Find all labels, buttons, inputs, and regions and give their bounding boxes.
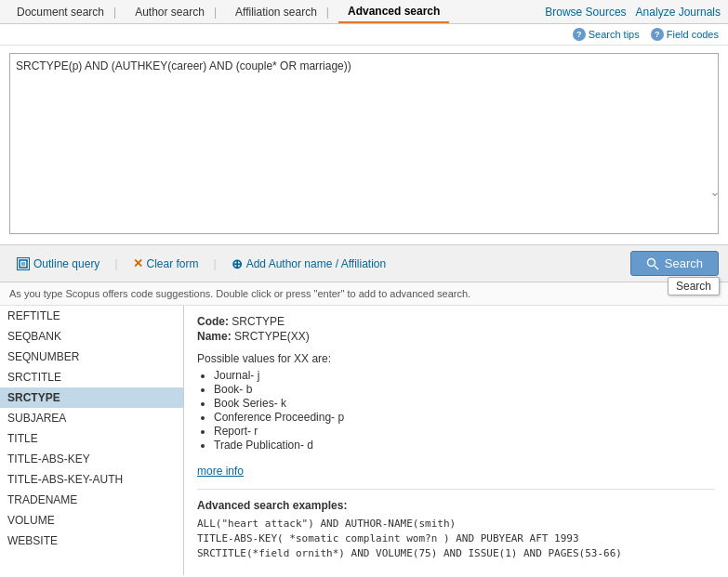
code-label: Code:: [197, 315, 229, 328]
hint-text: As you type Scopus offers code suggestio…: [0, 282, 728, 306]
field-item-website[interactable]: WEBSITE: [0, 531, 183, 551]
field-item-volume[interactable]: VOLUME: [0, 510, 183, 531]
field-item-srctype[interactable]: SRCTYPE: [0, 387, 183, 408]
name-value: SRCTYPE(XX): [234, 330, 310, 343]
tab-author-search[interactable]: Author search: [126, 2, 226, 22]
examples-title: Advanced search examples:: [197, 499, 715, 512]
help-bar: ? Search tips ? Field codes: [0, 24, 728, 46]
possible-values-list: Journal- j Book- b Book Series- k Confer…: [197, 369, 715, 452]
details-panel: Code: SRCTYPE Name: SRCTYPE(XX) Possible…: [184, 306, 728, 575]
example-2: TITLE-ABS-KEY( *somatic complaint wom?n …: [197, 532, 715, 544]
tab-advanced-search[interactable]: Advanced search: [338, 1, 449, 23]
field-item-title-abs-key[interactable]: TITLE-ABS-KEY: [0, 449, 183, 469]
value-item: Book- b: [214, 383, 715, 396]
add-author-button[interactable]: ⊕ Add Author name / Affiliation: [224, 254, 394, 274]
search-textarea[interactable]: [9, 53, 719, 234]
name-line: Name: SRCTYPE(XX): [197, 330, 715, 343]
search-tips-link[interactable]: ? Search tips: [573, 28, 640, 41]
main-content: REFTITLE SEQBANK SEQNUMBER SRCTITLE SRCT…: [0, 306, 728, 575]
outline-icon: [17, 257, 30, 270]
nav-links-right: Browse Sources Analyze Journals: [545, 6, 721, 19]
tab-affiliation-search[interactable]: Affiliation search: [226, 2, 338, 22]
possible-values-title: Possible values for XX are:: [197, 352, 715, 365]
value-item: Report- r: [214, 425, 715, 438]
toolbar: Outline query | ✕ Clear form | ⊕ Add Aut…: [0, 245, 728, 282]
clear-form-label: Clear form: [147, 257, 199, 270]
field-codes-link[interactable]: ? Field codes: [651, 28, 719, 41]
value-item: Conference Proceeding- p: [214, 411, 715, 424]
analyze-journals-link[interactable]: Analyze Journals: [636, 6, 721, 19]
svg-line-4: [655, 266, 658, 269]
search-area: ⌄: [0, 46, 728, 245]
search-button-label: Search: [665, 256, 703, 270]
nav-tabs-left: Document search Author search Affiliatio…: [7, 1, 545, 23]
outline-query-button[interactable]: Outline query: [9, 255, 107, 273]
add-author-label: Add Author name / Affiliation: [246, 257, 387, 270]
field-item-seqbank[interactable]: SEQBANK: [0, 326, 183, 347]
toolbar-area: Outline query | ✕ Clear form | ⊕ Add Aut…: [0, 245, 728, 282]
plus-icon: ⊕: [232, 256, 243, 271]
code-value: SRCTYPE: [232, 315, 285, 328]
tab-document-search[interactable]: Document search: [7, 2, 126, 22]
field-item-title[interactable]: TITLE: [0, 428, 183, 449]
example-1: ALL("heart attack") AND AUTHOR-NAME(smit…: [197, 518, 715, 530]
outline-query-label: Outline query: [33, 257, 99, 270]
search-tips-label: Search tips: [589, 29, 640, 40]
value-item: Book Series- k: [214, 397, 715, 410]
field-item-title-abs-key-auth[interactable]: TITLE-ABS-KEY-AUTH: [0, 469, 183, 490]
example-3: SRCTITLE(*field ornith*) AND VOLUME(75) …: [197, 547, 715, 559]
svg-point-3: [647, 258, 655, 266]
field-codes-label: Field codes: [667, 29, 719, 40]
separator-1: |: [114, 257, 117, 270]
search-button-icon: [646, 257, 659, 270]
clear-form-button[interactable]: ✕ Clear form: [126, 254, 206, 273]
toolbar-right: Search: [630, 251, 719, 276]
search-tips-icon: ?: [573, 28, 586, 41]
resize-handle[interactable]: ⌄: [709, 184, 719, 193]
field-item-seqnumber[interactable]: SEQNUMBER: [0, 347, 183, 367]
search-button[interactable]: Search: [630, 251, 719, 276]
x-icon: ✕: [133, 256, 143, 270]
value-item: Journal- j: [214, 369, 715, 382]
value-item: Trade Publication- d: [214, 439, 715, 452]
name-label: Name:: [197, 330, 232, 343]
more-info-link[interactable]: more info: [197, 465, 244, 478]
field-list-panel[interactable]: REFTITLE SEQBANK SEQNUMBER SRCTITLE SRCT…: [0, 306, 184, 575]
field-codes-icon: ?: [651, 28, 664, 41]
browse-sources-link[interactable]: Browse Sources: [545, 6, 626, 19]
svg-rect-0: [20, 260, 27, 268]
field-item-subjarea[interactable]: SUBJAREA: [0, 408, 183, 428]
separator-2: |: [214, 257, 217, 270]
examples-section: Advanced search examples: ALL("heart att…: [197, 489, 715, 559]
code-line: Code: SRCTYPE: [197, 315, 715, 328]
field-item-tradename[interactable]: TRADENAME: [0, 490, 183, 510]
field-item-reftitle[interactable]: REFTITLE: [0, 306, 183, 326]
field-item-srctitle[interactable]: SRCTITLE: [0, 367, 183, 387]
top-navigation: Document search Author search Affiliatio…: [0, 0, 728, 24]
